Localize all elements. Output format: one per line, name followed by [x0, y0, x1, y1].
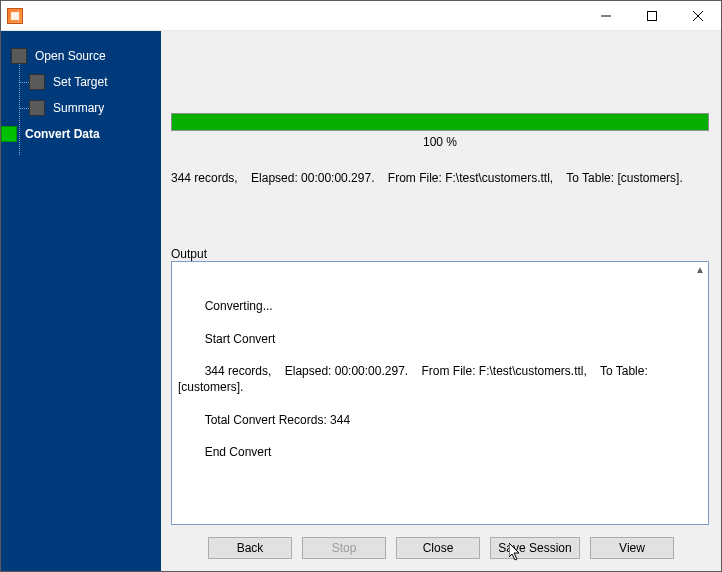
window-controls — [583, 1, 721, 30]
close-button[interactable]: Close — [396, 537, 480, 559]
progress-percent-label: 100 % — [171, 135, 709, 149]
step-box-icon — [29, 74, 45, 90]
step-summary[interactable]: Summary — [11, 95, 161, 121]
output-label: Output — [171, 247, 709, 261]
content-panel: 100 % 344 records, Elapsed: 00:00:00.297… — [161, 31, 721, 571]
tree-connector — [19, 108, 29, 109]
scroll-up-icon[interactable]: ▲ — [692, 262, 708, 278]
app-icon — [7, 8, 23, 24]
step-box-icon — [1, 126, 17, 142]
step-box-icon — [29, 100, 45, 116]
output-line: Total Convert Records: 344 — [205, 413, 350, 427]
save-session-button[interactable]: Save Session — [490, 537, 580, 559]
output-line: Converting... — [205, 299, 273, 313]
output-textarea[interactable]: ▲ Converting... Start Convert 344 record… — [171, 261, 709, 525]
step-box-icon — [11, 48, 27, 64]
status-line: 344 records, Elapsed: 00:00:00.297. From… — [171, 171, 709, 185]
output-line: 344 records, Elapsed: 00:00:00.297. From… — [178, 364, 651, 394]
wizard-steps-tree: Open Source Set Target Summary Convert D… — [1, 43, 161, 147]
minimize-icon — [601, 11, 611, 21]
tree-connector — [19, 82, 29, 83]
close-icon — [693, 11, 703, 21]
maximize-icon — [647, 11, 657, 21]
maximize-button[interactable] — [629, 1, 675, 30]
step-label: Open Source — [35, 49, 106, 63]
progress-fill — [172, 114, 708, 130]
wizard-sidebar: Open Source Set Target Summary Convert D… — [1, 31, 161, 571]
svg-rect-1 — [648, 11, 657, 20]
output-line: End Convert — [205, 445, 272, 459]
step-open-source[interactable]: Open Source — [11, 43, 161, 69]
button-row: Back Stop Close Save Session View — [161, 529, 721, 571]
step-label: Convert Data — [25, 127, 100, 141]
view-button[interactable]: View — [590, 537, 674, 559]
progress-bar — [171, 113, 709, 131]
titlebar — [1, 1, 721, 31]
back-button[interactable]: Back — [208, 537, 292, 559]
content-inner: 100 % 344 records, Elapsed: 00:00:00.297… — [161, 31, 721, 529]
step-convert-data[interactable]: Convert Data — [11, 121, 161, 147]
step-set-target[interactable]: Set Target — [11, 69, 161, 95]
output-line: Start Convert — [205, 332, 276, 346]
main-area: Open Source Set Target Summary Convert D… — [1, 31, 721, 571]
spacer — [171, 43, 709, 113]
close-window-button[interactable] — [675, 1, 721, 30]
step-label: Set Target — [53, 75, 107, 89]
minimize-button[interactable] — [583, 1, 629, 30]
step-label: Summary — [53, 101, 104, 115]
stop-button: Stop — [302, 537, 386, 559]
